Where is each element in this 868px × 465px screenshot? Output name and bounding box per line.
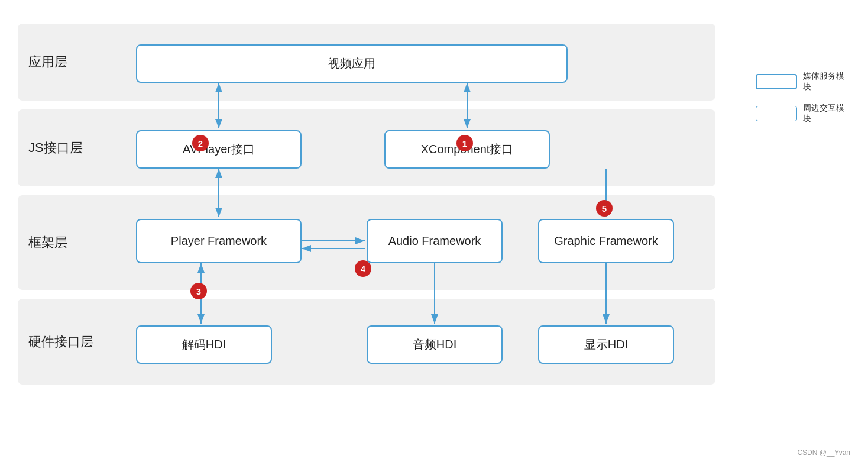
layer-js-band: JS接口层 — [18, 109, 715, 186]
main-diagram: 应用层 JS接口层 框架层 硬件接口层 视频应用 AVPlayer接口 XCom… — [18, 12, 715, 453]
display-hdi-box: 显示HDI — [538, 325, 674, 364]
watermark: CSDN @__Yvan — [797, 448, 850, 457]
layer-js-label: JS接口层 — [28, 139, 83, 157]
legend-item-peripheral: 周边交互模块 — [756, 103, 850, 124]
layer-framework-label: 框架层 — [28, 234, 67, 251]
legend: 媒体服务模块 周边交互模块 — [756, 71, 850, 135]
legend-label-peripheral: 周边交互模块 — [803, 103, 850, 124]
app-box: 视频应用 — [136, 44, 568, 83]
badge-5: 5 — [596, 200, 613, 217]
avplayer-box: AVPlayer接口 — [136, 130, 302, 169]
player-framework-box: Player Framework — [136, 219, 302, 263]
badge-3: 3 — [190, 283, 207, 299]
layer-hdi-label: 硬件接口层 — [28, 333, 93, 351]
legend-box-media — [756, 74, 797, 89]
badge-2: 2 — [192, 135, 209, 151]
decode-hdi-box: 解码HDI — [136, 325, 272, 364]
audio-hdi-box: 音频HDI — [367, 325, 503, 364]
audio-framework-box: Audio Framework — [367, 219, 503, 263]
graphic-framework-box: Graphic Framework — [538, 219, 674, 263]
legend-item-media: 媒体服务模块 — [756, 71, 850, 92]
legend-label-media: 媒体服务模块 — [803, 71, 850, 92]
legend-box-peripheral — [756, 106, 797, 121]
layer-app-label: 应用层 — [28, 53, 67, 71]
badge-1: 1 — [456, 135, 473, 151]
badge-4: 4 — [355, 260, 371, 277]
